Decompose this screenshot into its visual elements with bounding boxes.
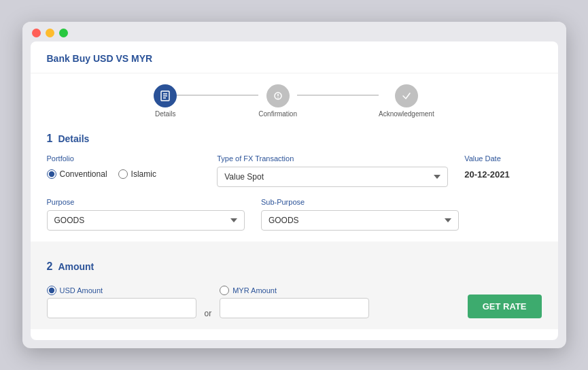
step-confirmation: Confirmation xyxy=(258,84,297,118)
section1-number: 1 xyxy=(47,133,53,145)
get-rate-button[interactable]: GET RATE xyxy=(468,295,542,318)
app-title: Bank Buy USD VS MYR xyxy=(47,53,153,64)
or-label: or xyxy=(205,309,212,318)
myr-amount-label-text: MYR Amount xyxy=(232,286,277,295)
myr-amount-input[interactable] xyxy=(220,298,369,318)
myr-amount-group: MYR Amount xyxy=(220,286,369,318)
section2-title: Amount xyxy=(58,261,94,272)
step-acknowledgement: Acknowledgement xyxy=(379,84,434,118)
value-date-label: Value Date xyxy=(464,154,541,163)
form-row-1: Portfolio Conventional Islamic Type of xyxy=(47,154,542,187)
step-confirmation-label: Confirmation xyxy=(258,110,297,118)
portfolio-radio-group: Conventional Islamic xyxy=(47,169,201,179)
usd-amount-label-text: USD Amount xyxy=(60,286,103,295)
value-date-group: Value Date 20-12-2021 xyxy=(464,154,541,180)
form-area: 1 Details Portfolio Conventional Islamic xyxy=(31,133,558,340)
purpose-label: Purpose xyxy=(47,198,245,206)
section1-header: 1 Details xyxy=(47,133,542,145)
window-shell: Bank Buy USD VS MYR Details xyxy=(22,22,566,348)
portfolio-conventional-label: Conventional xyxy=(60,169,107,179)
step-details-label: Details xyxy=(155,110,176,118)
section2-number: 2 xyxy=(47,260,53,273)
step-connector-2 xyxy=(297,95,379,96)
step-confirmation-circle xyxy=(266,84,290,107)
purpose-group: Purpose GOODS SERVICES OTHER xyxy=(47,198,245,231)
step-acknowledgement-circle xyxy=(395,84,418,107)
value-date-value: 20-12-2021 xyxy=(464,169,541,180)
sub-purpose-select[interactable]: GOODS SERVICES OTHER xyxy=(261,210,459,231)
title-bar xyxy=(22,22,566,41)
acknowledgement-icon xyxy=(402,91,411,101)
portfolio-label: Portfolio xyxy=(47,154,201,163)
purpose-select[interactable]: GOODS SERVICES OTHER xyxy=(47,210,245,231)
portfolio-islamic[interactable]: Islamic xyxy=(118,169,156,179)
app-header: Bank Buy USD VS MYR xyxy=(31,41,558,73)
portfolio-conventional[interactable]: Conventional xyxy=(47,169,107,179)
step-details-circle xyxy=(154,84,177,107)
section1-title: Details xyxy=(58,133,89,144)
usd-radio[interactable] xyxy=(47,286,56,295)
minimize-button[interactable] xyxy=(46,29,54,37)
usd-amount-label[interactable]: USD Amount xyxy=(47,286,196,295)
portfolio-islamic-label: Islamic xyxy=(131,169,156,179)
window-content: Bank Buy USD VS MYR Details xyxy=(31,41,558,340)
step-connector-1 xyxy=(177,95,258,96)
form-row-2: Purpose GOODS SERVICES OTHER Sub-Purpose… xyxy=(47,198,542,231)
step-acknowledgement-label: Acknowledgement xyxy=(379,110,434,118)
usd-amount-input[interactable] xyxy=(47,298,196,318)
usd-amount-group: USD Amount xyxy=(47,286,196,318)
section2: 2 Amount USD Amount or xyxy=(31,241,558,329)
fx-transaction-select[interactable]: Value Spot Value Today Value Tomorrow Fo… xyxy=(217,167,448,187)
portfolio-group: Portfolio Conventional Islamic xyxy=(47,154,201,179)
sub-purpose-group: Sub-Purpose GOODS SERVICES OTHER xyxy=(261,198,459,231)
close-button[interactable] xyxy=(32,29,41,37)
stepper: Details Confirmation xyxy=(31,73,558,123)
confirmation-icon xyxy=(273,91,283,101)
step-details: Details xyxy=(154,84,177,118)
myr-amount-label[interactable]: MYR Amount xyxy=(220,286,369,295)
fx-transaction-label: Type of FX Transaction xyxy=(217,154,448,163)
myr-radio[interactable] xyxy=(220,286,229,295)
maximize-button[interactable] xyxy=(59,29,68,37)
details-icon xyxy=(160,90,171,101)
section2-header: 2 Amount xyxy=(47,260,542,273)
sub-purpose-label: Sub-Purpose xyxy=(261,198,459,206)
portfolio-conventional-radio[interactable] xyxy=(47,169,56,179)
fx-transaction-group: Type of FX Transaction Value Spot Value … xyxy=(217,154,448,187)
portfolio-islamic-radio[interactable] xyxy=(118,169,128,179)
amount-row: USD Amount or MYR Amount GET RATE xyxy=(47,282,542,318)
svg-point-6 xyxy=(277,97,279,99)
